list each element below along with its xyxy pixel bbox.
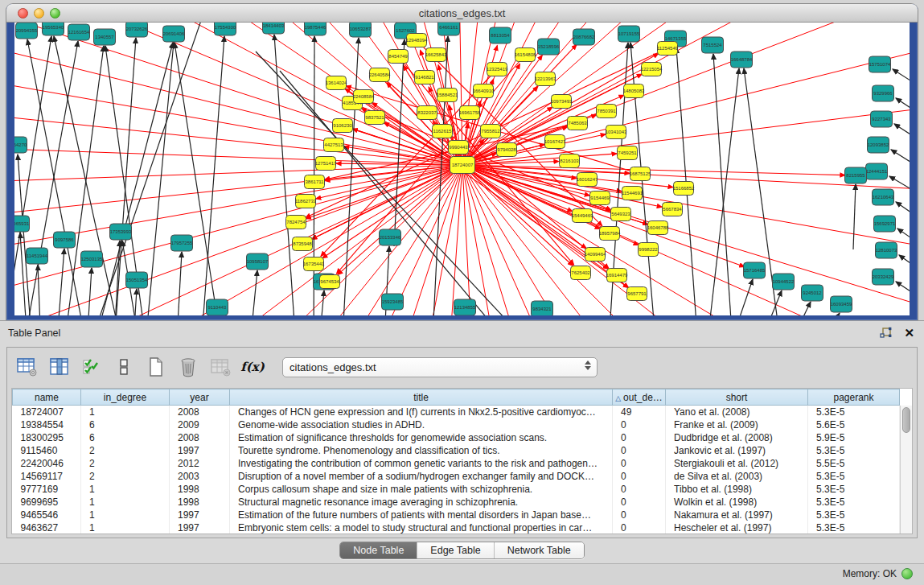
column-header-year[interactable]: year (170, 389, 230, 406)
graph-node-yellow[interactable]: 8735948 (293, 237, 313, 251)
graph-node-yellow[interactable]: 7824754 (286, 216, 306, 229)
float-panel-icon[interactable] (879, 327, 893, 340)
graph-node-yellow[interactable]: 16875125 (630, 167, 651, 181)
table-cell[interactable]: 5.6E-5 (808, 418, 900, 431)
table-cell[interactable]: 9463627 (13, 521, 81, 534)
table-cell[interactable]: Corpus callosum shape and size in male p… (230, 483, 613, 496)
graph-node-yellow[interactable]: 11862733 (295, 195, 317, 208)
table-cell[interactable]: Hescheler et al. (1997) (666, 521, 808, 534)
table-cell[interactable]: 49 (613, 406, 666, 418)
table-cell[interactable]: Tourette syndrome. Phenomenology and cla… (230, 444, 613, 457)
graph-node-teal[interactable]: 9227343 (871, 111, 893, 127)
table-cell[interactable]: 1998 (170, 496, 230, 509)
graph-node-teal[interactable]: 15692971 (874, 216, 897, 232)
trash-icon[interactable] (176, 355, 200, 379)
graph-node-teal[interactable]: 9110443 (207, 299, 228, 315)
table-cell[interactable]: 1 (81, 521, 170, 534)
graph-node-yellow[interactable]: 16625841 (425, 48, 447, 62)
table-cell[interactable]: Stergiakouli et al. (2012) (666, 457, 808, 470)
graph-node-teal[interactable]: 15751074 (869, 56, 892, 72)
table-cell[interactable]: 9699695 (13, 496, 81, 509)
table-cell[interactable]: 1997 (170, 509, 230, 521)
graph-node-yellow[interactable]: 12213967 (535, 72, 556, 86)
graph-node-yellow[interactable]: 12751417 (315, 157, 337, 171)
graph-node-yellow[interactable]: 10973493 (551, 95, 573, 109)
graph-node-yellow[interactable]: 1162615 (433, 125, 453, 138)
graph-node-yellow[interactable]: 15884521 (437, 89, 458, 102)
table-cell[interactable]: 0 (613, 496, 666, 509)
table-cell[interactable]: Changes of HCN gene expression and I(f) … (230, 406, 613, 418)
graph-node-teal[interactable]: 12503135 (81, 251, 104, 267)
table-cell[interactable]: 1 (81, 496, 170, 509)
table-cell[interactable]: 0 (613, 457, 666, 470)
graph-node-yellow[interactable]: 22408584 (353, 90, 375, 104)
column-header-pagerank[interactable]: pagerank (808, 389, 900, 406)
graph-node-teal[interactable]: 16648784 (731, 51, 754, 68)
table-row[interactable]: 946362711997Embryonic stem cells: a mode… (13, 521, 900, 534)
graph-node-yellow[interactable]: 9998222 (639, 243, 659, 257)
table-cell[interactable]: Estimation of the future numbers of pati… (230, 509, 613, 521)
graph-node-teal[interactable]: 20876682 (573, 29, 596, 45)
graph-node-teal[interactable]: 10944522 (773, 274, 795, 290)
table-row[interactable]: 977716911998Corpus callosum shape and si… (13, 483, 900, 496)
graph-node-teal[interactable]: 8813054 (490, 27, 511, 43)
graph-node-teal[interactable]: 9245012 (802, 285, 823, 301)
graph-node-yellow[interactable]: 7459251 (618, 146, 638, 160)
graph-node-yellow[interactable]: 12948394 (406, 34, 428, 47)
table-cell[interactable]: Tibbo et al. (1998) (666, 483, 808, 496)
graph-node-teal[interactable]: 17957255 (171, 235, 194, 251)
graph-node-teal[interactable]: 12444151 (866, 163, 889, 179)
table-cell[interactable]: 1 (81, 509, 170, 521)
zoom-window-button[interactable] (50, 8, 60, 19)
table-cell[interactable]: Structural magnetic resonance image aver… (230, 496, 613, 509)
graph-node-yellow[interactable]: 9794028 (497, 143, 517, 157)
graph-node-yellow[interactable]: 12215054 (641, 63, 663, 76)
graph-node-yellow[interactable]: 9106230 (333, 119, 353, 133)
graph-node-teal[interactable]: 1340557 (94, 29, 116, 45)
table-cell[interactable]: 9115460 (13, 444, 81, 457)
new-document-icon[interactable] (144, 355, 168, 379)
tab-node-table[interactable]: Node Table (340, 542, 417, 558)
graph-node-yellow[interactable]: 7955812 (481, 125, 501, 138)
table-cell[interactable]: 5.3E-5 (808, 444, 900, 457)
graph-node-yellow[interactable]: 16914479 (606, 269, 628, 282)
graph-node-teal[interactable]: 11451944 (27, 248, 48, 264)
graph-node-yellow[interactable]: 10167427 (544, 135, 566, 149)
table-cell[interactable]: 2003 (170, 470, 230, 483)
graph-node-teal[interactable]: 10958107 (247, 253, 269, 270)
table-row[interactable]: 2242004622012Investigating the contribut… (13, 457, 900, 470)
column-header-out_de[interactable]: △out_de… (613, 389, 666, 406)
table-cell[interactable]: 2009 (170, 418, 230, 431)
graph-node-teal[interactable]: 17554300 (215, 23, 237, 35)
table-row[interactable]: 1938455462009Genome-wide association stu… (13, 418, 900, 431)
graph-node-teal[interactable]: 6466161 (438, 23, 460, 35)
table-cell[interactable]: 5.3E-5 (808, 521, 900, 534)
table-cell[interactable]: 5.3E-5 (808, 496, 900, 509)
graph-node-hub[interactable]: 18724007 (450, 157, 475, 174)
table-cell[interactable]: 1 (81, 406, 170, 418)
table-row[interactable]: 969969511998Structural magnetic resonanc… (13, 496, 900, 509)
graph-node-yellow[interactable]: 7485063 (568, 117, 588, 130)
close-panel-icon[interactable]: ✕ (904, 328, 914, 339)
table-cell[interactable]: 0 (613, 521, 666, 534)
graph-node-yellow[interactable]: 16735441 (303, 257, 325, 271)
graph-node-yellow[interactable]: 11254549 (657, 42, 679, 56)
graph-node-teal[interactable]: 19875446 (305, 23, 327, 35)
table-cell[interactable]: Investigating the contribution of common… (230, 457, 613, 470)
network-canvas[interactable]: 2099435519565340121616541340557207326262… (14, 23, 910, 315)
window-titlebar[interactable]: citations_edges.txt (6, 4, 918, 23)
table-cell[interactable]: 2 (81, 457, 170, 470)
table-row[interactable]: 946554611997Estimation of the future num… (13, 509, 900, 521)
table-cell[interactable]: 19384554 (13, 418, 81, 431)
graph-node-yellow[interactable]: 11544691 (622, 187, 643, 200)
graph-node-teal[interactable]: 20332429 (873, 269, 895, 285)
graph-node-yellow[interactable]: 9674534 (320, 275, 340, 289)
tab-edge-table[interactable]: Edge Table (417, 542, 494, 558)
table-cell[interactable]: 5.3E-5 (808, 509, 900, 521)
graph-node-yellow[interactable]: 16046788 (647, 221, 669, 235)
graph-node-teal[interactable]: 20153346 (380, 229, 402, 245)
graph-node-yellow[interactable]: 10341043 (606, 126, 627, 139)
graph-node-yellow[interactable]: 3861711 (305, 175, 325, 189)
graph-node-yellow[interactable]: 16016247 (577, 173, 598, 187)
graph-node-yellow[interactable]: 5649323 (611, 208, 631, 221)
